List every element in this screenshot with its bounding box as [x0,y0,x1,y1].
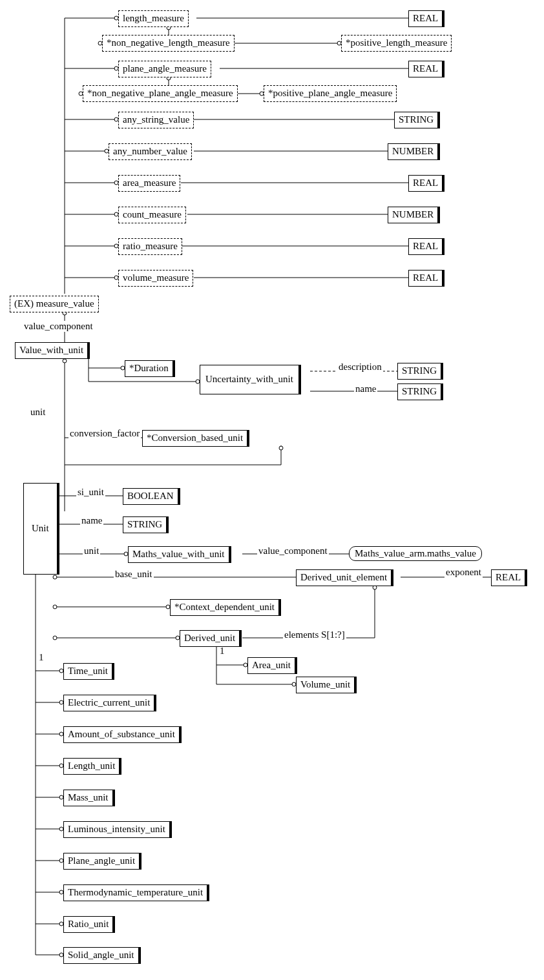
exponent-label: exponent [445,567,483,578]
svg-point-70 [63,359,67,363]
derived-unit-element: Derived_unit_element [296,569,393,586]
real-type-2: REAL [408,61,445,77]
mass-unit: Mass_unit [63,790,115,806]
solid-angle-unit: Solid_angle_unit [63,947,141,964]
string-type-2: STRING [397,363,443,380]
time-unit: Time_unit [63,663,114,680]
real-type-1: REAL [408,10,445,27]
svg-point-80 [373,586,377,589]
name-label-2: name [80,515,103,526]
real-type-4: REAL [408,238,445,255]
string-type-1: STRING [394,112,440,128]
value-component-label: value_component [23,321,94,332]
number-type-2: NUMBER [388,207,440,223]
non-negative-length-measure: *non_negative_length_measure [102,35,235,52]
unit-label: unit [29,407,47,418]
elements-label: elements S[1:?] [283,629,346,640]
real-type-6: REAL [491,569,527,586]
number-type-1: NUMBER [388,143,440,160]
unit-entity: Unit [23,483,59,575]
electric-current-unit: Electric_current_unit [63,695,156,711]
ex-measure-value: (EX) measure_value [10,296,99,312]
luminous-intensity-unit: Luminous_intensity_unit [63,821,172,838]
one-label-2: 1 [218,646,226,657]
name-label-1: name [354,383,377,394]
base-unit-label: base_unit [114,569,154,580]
maths-value-with-unit: Maths_value_with_unit [128,546,231,563]
positive-length-measure: *positive_length_measure [341,35,452,52]
string-type-3: STRING [397,383,443,400]
ratio-unit: Ratio_unit [63,916,115,933]
positive-plane-angle-measure: *positive_plane_angle_measure [264,85,397,102]
one-label-1: 1 [37,652,45,663]
duration: *Duration [125,360,175,377]
maths-value-ref: Maths_value_arm.maths_value [349,546,482,561]
volume-measure: volume_measure [118,270,193,287]
volume-unit: Volume_unit [296,677,357,693]
plane-angle-unit: Plane_angle_unit [63,853,141,870]
length-measure: length_measure [118,10,189,27]
plane-angle-measure: plane_angle_measure [118,61,211,77]
unit-attr-label: unit [83,546,100,556]
svg-point-75 [53,575,57,579]
real-type-3: REAL [408,175,445,192]
svg-point-76 [53,605,57,609]
count-measure: count_measure [118,207,186,223]
uncertainty-with-unit: Uncertainty_with_unit [200,365,301,394]
non-negative-plane-angle-measure: *non_negative_plane_angle_measure [83,85,238,102]
description-label: description [337,362,383,373]
thermodynamic-temperature-unit: Thermodynamic_temperature_unit [63,884,209,901]
any-string-value: any_string_value [118,112,194,128]
svg-point-73 [279,446,283,450]
string-type-4: STRING [123,516,169,533]
any-number-value: any_number_value [109,143,192,160]
svg-point-77 [53,636,57,640]
area-unit: Area_unit [247,657,297,674]
context-dependent-unit: *Context_dependent_unit [170,599,281,616]
value-component-label-2: value_component [257,546,329,556]
derived-unit: Derived_unit [180,630,242,647]
conversion-factor-label: conversion_factor [68,428,141,439]
area-measure: area_measure [118,175,180,192]
length-unit: Length_unit [63,758,121,775]
value-with-unit: Value_with_unit [15,342,90,359]
ratio-measure: ratio_measure [118,238,182,255]
amount-of-substance-unit: Amount_of_substance_unit [63,726,182,743]
si-unit-label: si_unit [76,487,105,498]
conversion-based-unit: *Conversion_based_unit [142,430,249,447]
real-type-5: REAL [408,270,445,287]
boolean-type: BOOLEAN [123,488,180,505]
